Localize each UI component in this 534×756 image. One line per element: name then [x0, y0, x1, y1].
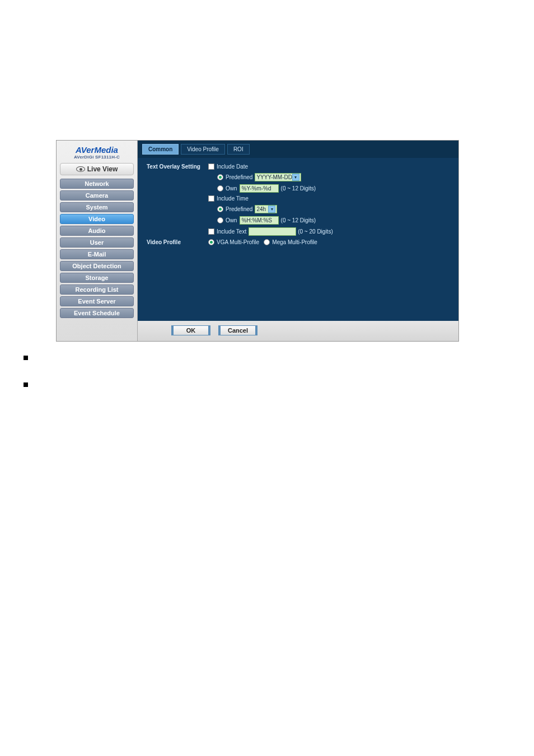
tabs: CommonVideo ProfileROI [138, 141, 458, 158]
live-view-label: Live View [87, 165, 118, 173]
include-time-checkbox[interactable] [208, 195, 214, 202]
sidebar-item-audio[interactable]: Audio [60, 226, 134, 236]
section-video-profile: Video Profile [147, 239, 208, 245]
time-own-radio[interactable] [217, 217, 223, 223]
sidebar-item-system[interactable]: System [60, 202, 134, 212]
date-predefined-radio[interactable] [217, 174, 223, 180]
include-date-label: Include Date [217, 164, 248, 170]
main-panel: CommonVideo ProfileROI Text Overlay Sett… [138, 141, 458, 341]
sidebar-item-e-mail[interactable]: E-Mail [60, 249, 134, 259]
mega-profile-label: Mega Multi-Profile [272, 239, 317, 245]
mega-profile-radio[interactable] [264, 239, 270, 245]
time-own-input[interactable]: %H:%M:%S [240, 216, 279, 225]
footer: OK Cancel [138, 321, 458, 341]
date-own-label: Own [226, 185, 237, 192]
tab-video-profile[interactable]: Video Profile [181, 144, 225, 155]
bullet-icon [24, 382, 28, 387]
include-text-input[interactable] [249, 227, 296, 236]
app-frame: AVerMedia AVerDiGi SF1311H-C Live View N… [56, 140, 459, 342]
sidebar-item-user[interactable]: User [60, 237, 134, 248]
doc-bullets [24, 356, 28, 409]
date-predefined-value: YYYY-MM-DD [256, 174, 292, 180]
section-text-overlay: Text Overlay Setting [147, 164, 208, 170]
include-text-checkbox[interactable] [208, 228, 214, 235]
vga-profile-label: VGA Multi-Profile [217, 239, 259, 245]
sidebar-item-video[interactable]: Video [60, 214, 134, 224]
sidebar-item-storage[interactable]: Storage [60, 273, 134, 283]
include-text-hint: (0 ~ 20 Digits) [298, 228, 333, 235]
date-own-hint: (0 ~ 12 Digits) [281, 185, 316, 192]
cancel-button[interactable]: Cancel [218, 325, 257, 335]
sidebar: AVerMedia AVerDiGi SF1311H-C Live View N… [57, 141, 138, 341]
content: Text Overlay Setting Include Date Predef… [138, 158, 458, 321]
time-predefined-select[interactable]: 24h ▾ [255, 205, 277, 213]
vga-profile-radio[interactable] [208, 239, 214, 245]
live-view-button[interactable]: Live View [60, 163, 134, 175]
chevron-down-icon: ▾ [292, 174, 299, 181]
date-predefined-select[interactable]: YYYY-MM-DD ▾ [255, 173, 301, 181]
time-predefined-radio[interactable] [217, 206, 223, 212]
sidebar-item-object-detection[interactable]: Object Detection [60, 261, 134, 271]
tab-common[interactable]: Common [142, 144, 179, 155]
sidebar-item-recording-list[interactable]: Recording List [60, 284, 134, 295]
time-predefined-label: Predefined [226, 206, 252, 212]
eye-icon [76, 166, 85, 172]
sidebar-item-event-schedule[interactable]: Event Schedule [60, 308, 134, 318]
include-date-checkbox[interactable] [208, 164, 214, 170]
sidebar-item-network[interactable]: Network [60, 179, 134, 189]
tab-roi[interactable]: ROI [227, 144, 250, 155]
time-own-label: Own [226, 217, 237, 223]
brand-logo: AVerMedia [60, 144, 134, 155]
bullet-icon [24, 356, 28, 360]
date-own-input[interactable]: %Y-%m-%d [240, 184, 279, 193]
sidebar-item-event-server[interactable]: Event Server [60, 296, 134, 306]
sidebar-item-camera[interactable]: Camera [60, 190, 134, 200]
time-predefined-value: 24h [256, 206, 266, 212]
date-predefined-label: Predefined [226, 174, 252, 180]
date-own-radio[interactable] [217, 185, 223, 192]
chevron-down-icon: ▾ [268, 206, 275, 213]
include-text-label: Include Text [217, 228, 246, 235]
brand-subtitle: AVerDiGi SF1311H-C [60, 155, 134, 160]
time-own-hint: (0 ~ 12 Digits) [281, 217, 316, 223]
include-time-label: Include Time [217, 195, 249, 202]
ok-button[interactable]: OK [171, 325, 210, 335]
